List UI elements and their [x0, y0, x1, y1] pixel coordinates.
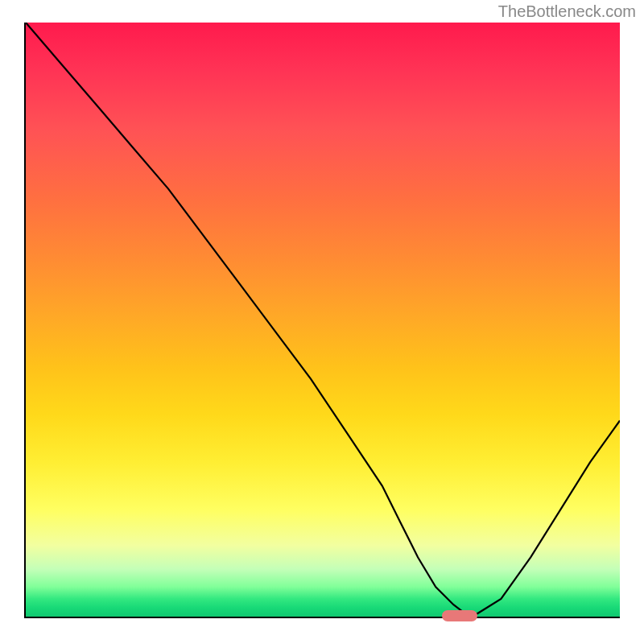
chart-marker [442, 610, 477, 621]
chart-area [24, 23, 620, 618]
watermark-text: TheBottleneck.com [498, 2, 636, 21]
chart-curve [26, 23, 620, 617]
